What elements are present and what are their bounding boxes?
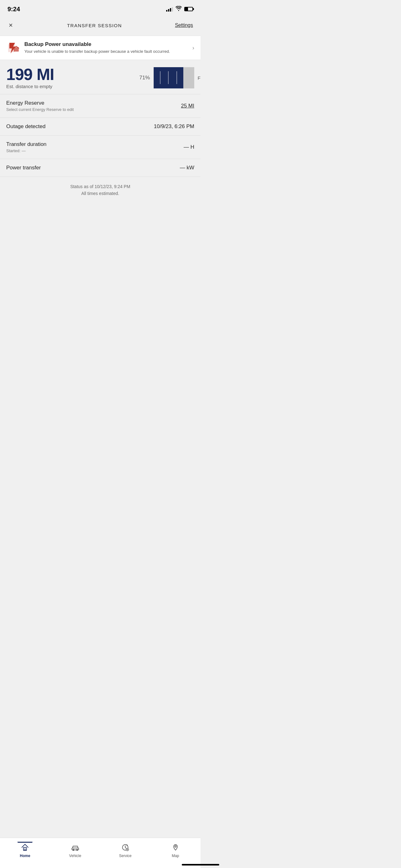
transfer-duration-row: Transfer duration Started: — — H (0, 135, 201, 159)
battery-filled-portion (154, 67, 183, 88)
main-content: Backup Power unavailable Your vehicle is… (0, 36, 201, 332)
energy-reserve-row[interactable]: Energy Reserve Select current Energy Res… (0, 94, 201, 118)
outage-detected-value: 10/9/23, 6:26 PM (154, 123, 194, 130)
status-note: All times estimated. (6, 190, 194, 197)
distance-value: 199 MI (6, 66, 139, 83)
alert-title: Backup Power unavailable (24, 41, 190, 48)
status-bar: 9:24 (0, 0, 201, 16)
transfer-duration-sub: Started: — (6, 148, 46, 153)
signal-bars-icon (166, 6, 173, 11)
alert-text: Backup Power unavailable Your vehicle is… (24, 41, 190, 54)
battery-visual: F (154, 67, 194, 88)
battery-percent: 71% (139, 75, 150, 81)
energy-reserve-value: 25 MI (181, 103, 194, 109)
nav-header: × TRANSFER SESSION Settings (0, 16, 201, 36)
distance-label: Est. distance to empty (6, 84, 139, 89)
page-title: TRANSFER SESSION (67, 23, 122, 28)
battery-visual-section: 71% F (139, 67, 194, 88)
status-icons (166, 6, 193, 12)
energy-reserve-title: Energy Reserve (6, 100, 74, 106)
battery-empty-portion (183, 67, 194, 88)
transfer-duration-title: Transfer duration (6, 141, 46, 148)
alert-description: Your vehicle is unable to transfer backu… (24, 49, 190, 54)
wifi-icon (175, 6, 182, 12)
empty-space (0, 207, 201, 332)
outage-detected-title: Outage detected (6, 123, 45, 130)
energy-reserve-subtitle: Select current Energy Reserve to edit (6, 107, 74, 112)
power-transfer-value: — kW (180, 165, 194, 171)
status-timestamp: Status as of 10/12/23, 9:24 PM (6, 183, 194, 190)
alert-chevron-icon: › (192, 45, 194, 51)
transfer-duration-value: — H (183, 144, 194, 150)
status-footer: Status as of 10/12/23, 9:24 PM All times… (0, 177, 201, 207)
battery-full-label: F (198, 75, 201, 80)
battery-section: 199 MI Est. distance to empty 71% F (0, 60, 201, 94)
battery-status-icon (184, 7, 193, 11)
distance-info: 199 MI Est. distance to empty (6, 66, 139, 89)
info-section: Energy Reserve Select current Energy Res… (0, 94, 201, 177)
alert-banner[interactable]: Backup Power unavailable Your vehicle is… (0, 36, 201, 60)
backup-power-icon (6, 41, 20, 55)
close-button[interactable]: × (7, 20, 14, 31)
status-time: 9:24 (7, 6, 20, 13)
outage-detected-row: Outage detected 10/9/23, 6:26 PM (0, 118, 201, 135)
settings-button[interactable]: Settings (175, 23, 193, 28)
power-transfer-title: Power transfer (6, 165, 41, 171)
power-transfer-row: Power transfer — kW (0, 159, 201, 177)
